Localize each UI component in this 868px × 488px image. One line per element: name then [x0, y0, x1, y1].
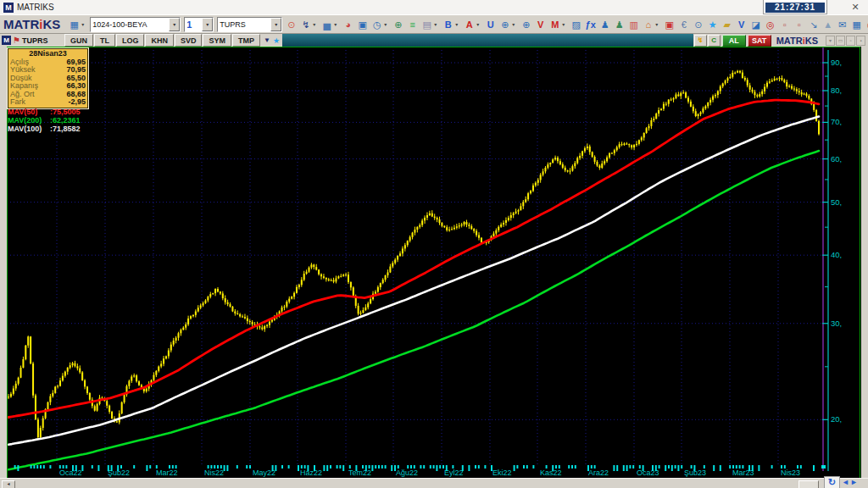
combo-period[interactable]: 1▾: [184, 17, 214, 32]
v-blue-icon[interactable]: V: [734, 17, 748, 32]
monitor-icon[interactable]: ▣: [355, 17, 370, 32]
matriks-spinner-icon: ↻: [824, 476, 840, 488]
ranking-icon[interactable]: ▥: [626, 17, 641, 32]
chevron-down-icon[interactable]: ▾: [562, 21, 568, 27]
analyst-icon[interactable]: ◪: [748, 17, 763, 32]
window-button-2[interactable]: ▫: [846, 36, 855, 46]
flag-icon: ⚑: [13, 36, 20, 45]
user-add-icon[interactable]: ♟: [612, 17, 626, 32]
chat-icon[interactable]: ◉: [864, 17, 868, 32]
chevron-down-icon[interactable]: ▾: [512, 21, 518, 27]
x-axis-month-label: Ağu22: [396, 469, 418, 477]
info-row: Fark-2,95: [10, 98, 86, 107]
chevron-down-icon[interactable]: ▾: [169, 18, 180, 31]
window-button-3[interactable]: ▪: [856, 36, 865, 46]
matriks-app-icon: M: [3, 3, 14, 13]
web2-icon[interactable]: ⊕: [519, 17, 533, 32]
chart-titlebar-strip[interactable]: [282, 34, 693, 47]
globe-icon[interactable]: ⊕: [391, 17, 405, 32]
combo-symbol-value: TUPRS: [218, 20, 270, 29]
bold-b-icon[interactable]: B: [441, 17, 455, 32]
alarm-a-icon[interactable]: A: [462, 17, 476, 32]
docs-gold-icon[interactable]: ▰: [720, 17, 734, 32]
bottom-bar: ◄ ↻ ◄►: [0, 478, 868, 488]
fx-icon[interactable]: ƒx: [583, 17, 598, 32]
pan-arrows[interactable]: ◄►: [842, 478, 859, 486]
combo-layout[interactable]: 1024-100-BEYA▾: [90, 17, 181, 32]
alarm-chart-icon[interactable]: ◎: [763, 17, 777, 32]
chevron-down-icon[interactable]: ▾: [434, 21, 440, 27]
web-icon[interactable]: ⊕: [498, 17, 512, 32]
search-icon[interactable]: ⊙: [691, 17, 705, 32]
chart-mode-button-log[interactable]: LOG: [116, 34, 145, 47]
portfolio-icon[interactable]: ♟: [598, 17, 612, 32]
combo-symbol[interactable]: TUPRS▾: [217, 17, 282, 32]
window1-icon[interactable]: ▫: [777, 17, 792, 32]
c-button[interactable]: C: [708, 35, 721, 47]
x-axis-month-label: Ara22: [588, 469, 609, 477]
sell-button[interactable]: SAT: [748, 35, 771, 47]
scrollbar-thumb[interactable]: [798, 480, 819, 488]
y-axis-tick-label: 30,: [831, 319, 842, 328]
pan-left-icon: ◄: [842, 478, 850, 486]
chart-window-titlebar: M ⚑ TUPRS GUNTLLOGKHNSVDSYMTMP ▼ ★ ↯C AL…: [0, 34, 868, 47]
chevron-down-icon[interactable]: ▾: [270, 18, 281, 31]
chart-mode-button-gun[interactable]: GUN: [64, 34, 93, 47]
flash-button[interactable]: ↯: [694, 35, 707, 47]
notes-icon[interactable]: ▤: [420, 17, 434, 32]
resize-icon[interactable]: ↘: [806, 17, 821, 32]
mail-icon[interactable]: ✉: [835, 17, 849, 32]
chevron-down-icon[interactable]: ▼: [264, 36, 270, 44]
window-button-1[interactable]: ▭: [836, 36, 845, 46]
mav-legend-row: MAV(50):75,5005: [8, 108, 81, 116]
chart-type-icon[interactable]: ▅: [320, 17, 334, 32]
mini-chart-icon[interactable]: ▨: [569, 17, 583, 32]
home-up-icon[interactable]: ⌂: [641, 17, 655, 32]
zoom-icon[interactable]: ⊙: [284, 17, 298, 32]
currency-icon[interactable]: €: [676, 17, 691, 32]
chart-mode-button-khn[interactable]: KHN: [145, 34, 174, 47]
x-axis-month-label: Oca22: [59, 469, 82, 477]
window-button-0[interactable]: ▾: [826, 36, 835, 46]
x-axis-month-label: Kas22: [540, 469, 562, 477]
chart-mode-button-tl[interactable]: TL: [94, 34, 115, 47]
chevron-down-icon[interactable]: ▾: [202, 18, 213, 31]
window-titlebar: M MATRIKS 21:27:31 ✕: [0, 0, 868, 15]
chevron-down-icon[interactable]: ▾: [384, 21, 390, 27]
viop-icon[interactable]: V: [533, 17, 548, 32]
chart-mode-button-tmp[interactable]: TMP: [232, 34, 260, 47]
close-icon[interactable]: ✕: [849, 2, 861, 13]
alert-icon[interactable]: ▲: [821, 17, 835, 32]
y-axis-tick-label: 80,: [831, 86, 842, 95]
save-icon[interactable]: ▦: [67, 17, 81, 32]
combo-layout-value: 1024-100-BEYA: [91, 20, 169, 29]
mav-value: :75,5005: [50, 108, 81, 116]
chart-mode-button-svd[interactable]: SVD: [175, 34, 203, 47]
y-axis-tick-label: 50,: [831, 197, 842, 207]
pie-chart-icon[interactable]: ◕: [341, 17, 355, 32]
underline-u-icon[interactable]: U: [483, 17, 498, 32]
chevron-down-icon[interactable]: ▾: [81, 21, 87, 27]
depth-icon[interactable]: ≡: [405, 17, 420, 32]
lightning-icon[interactable]: ↯: [298, 17, 313, 32]
calculator-icon[interactable]: ▦: [849, 17, 864, 32]
chevron-down-icon[interactable]: ▾: [313, 21, 319, 27]
x-axis-month-label: Eki22: [492, 469, 512, 477]
chevron-down-icon[interactable]: ▾: [476, 21, 482, 27]
twitter-icon[interactable]: ★: [705, 17, 720, 32]
chart-mode-button-sym[interactable]: SYM: [203, 34, 231, 47]
candlestick-chart[interactable]: Oca22Şub22Mar22Nis22May22Haz22Tem22Ağu22…: [7, 47, 861, 478]
scroll-left-button[interactable]: ◄: [2, 480, 15, 488]
chart-tool-buttons: GUNTLLOGKHNSVDSYMTMP: [64, 34, 261, 47]
m-red-icon[interactable]: M: [548, 17, 562, 32]
clock-icon[interactable]: ◷: [370, 17, 384, 32]
buy-button[interactable]: AL: [722, 35, 746, 47]
reports-icon[interactable]: ▣: [662, 17, 676, 32]
chevron-down-icon[interactable]: ▾: [455, 21, 461, 27]
window2-icon[interactable]: ▫: [792, 17, 806, 32]
twitter-icon[interactable]: ★: [273, 36, 280, 45]
chevron-down-icon[interactable]: ▾: [334, 21, 340, 27]
ohlc-info-box: 28Nisan23 Açılış69,95Yüksek70,95Düşük65,…: [8, 48, 88, 108]
chevron-down-icon[interactable]: ▾: [655, 21, 661, 27]
info-value: -2,95: [68, 98, 86, 107]
